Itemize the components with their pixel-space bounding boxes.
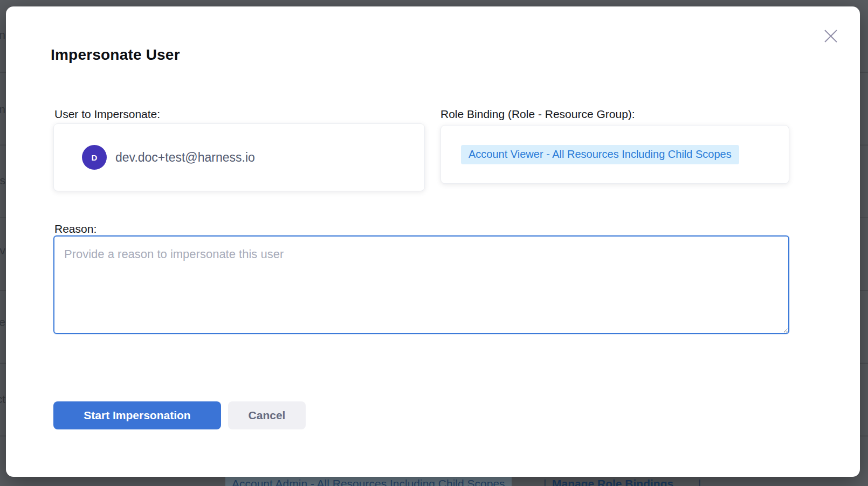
start-impersonation-button[interactable]: Start Impersonation xyxy=(53,401,221,429)
close-button[interactable] xyxy=(822,28,839,45)
role-binding-badge: Account Viewer - All Resources Including… xyxy=(461,145,739,164)
role-binding-card: Account Viewer - All Resources Including… xyxy=(440,125,789,184)
user-avatar: D xyxy=(82,145,107,170)
occluded-text-fragment: n xyxy=(0,28,5,42)
separator: | xyxy=(698,477,701,486)
role-binding-label: Role Binding (Role - Resource Group): xyxy=(440,108,635,121)
user-email: dev.doc+test@harness.io xyxy=(115,150,255,165)
dialog-actions: Start Impersonation Cancel xyxy=(53,401,306,429)
occluded-table-row: Account Admin - All Resources Including … xyxy=(0,477,868,486)
occluded-text-fragment: ev xyxy=(0,244,5,258)
occluded-text-fragment: n xyxy=(0,102,5,116)
cancel-button[interactable]: Cancel xyxy=(228,401,306,429)
separator: | xyxy=(543,477,546,486)
occluded-text-fragment: s xyxy=(0,173,5,188)
occluded-text-fragment: ct xyxy=(0,392,5,406)
user-card: D dev.doc+test@harness.io xyxy=(53,123,425,191)
reason-input[interactable] xyxy=(53,235,789,334)
user-to-impersonate-label: User to Impersonate: xyxy=(54,108,160,121)
close-icon xyxy=(823,28,839,44)
impersonate-user-dialog: Impersonate User User to Impersonate: D … xyxy=(6,6,860,477)
occluded-text-fragment: ve xyxy=(0,315,5,329)
reason-label: Reason: xyxy=(54,223,97,235)
manage-role-bindings-link: Manage Role Bindings xyxy=(552,477,673,486)
dialog-title: Impersonate User xyxy=(51,46,180,64)
role-binding-badge-background: Account Admin - All Resources Including … xyxy=(225,477,512,486)
